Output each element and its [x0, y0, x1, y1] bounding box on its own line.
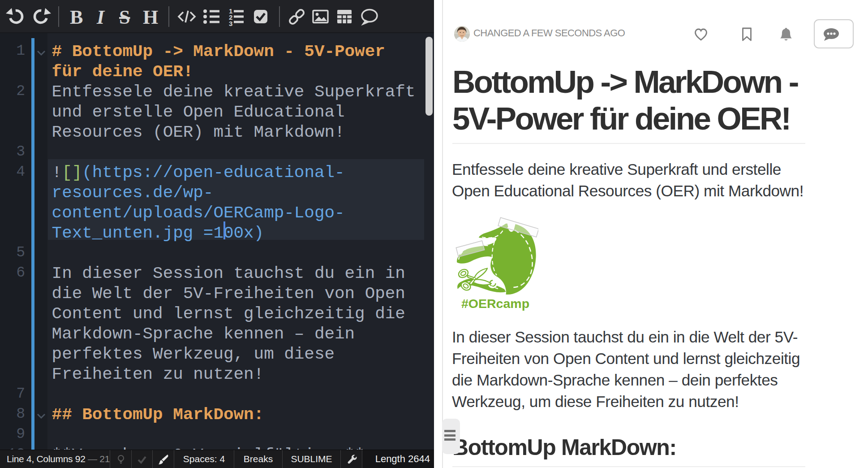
- svg-text:3: 3: [229, 20, 232, 27]
- svg-text:#OERcamp: #OERcamp: [461, 296, 529, 311]
